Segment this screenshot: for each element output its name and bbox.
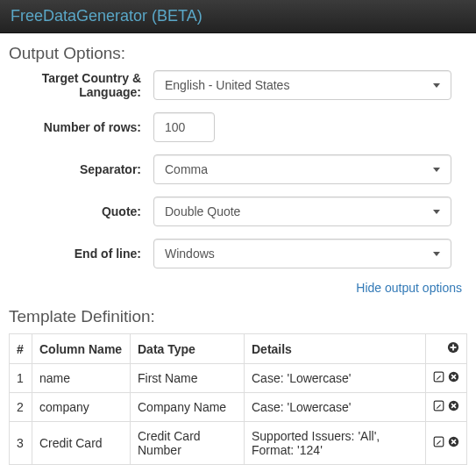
edit-row-button[interactable]	[433, 436, 444, 447]
content: Output Options: Target Country & Languag…	[0, 33, 476, 465]
chevron-down-icon	[433, 210, 440, 214]
th-actions	[426, 334, 467, 364]
row-details: Case: 'Lowercase'	[245, 393, 426, 422]
delete-row-button[interactable]	[448, 400, 459, 411]
row-index: 3	[10, 422, 32, 465]
number-of-rows-label: Number of rows:	[9, 120, 153, 134]
delete-row-button[interactable]	[448, 371, 459, 383]
edit-icon	[433, 400, 444, 411]
row-quote: Quote: Double Quote	[9, 197, 467, 226]
row-data-type: Credit Card Number	[131, 422, 245, 465]
target-country-value: English - United States	[165, 78, 289, 92]
row-column-name: name	[32, 364, 131, 393]
svg-rect-2	[451, 347, 457, 348]
edit-icon	[433, 436, 444, 447]
edit-row-button[interactable]	[433, 400, 444, 411]
number-of-rows-input[interactable]: 100	[153, 112, 215, 142]
delete-row-button[interactable]	[448, 436, 459, 447]
add-column-button[interactable]	[447, 341, 459, 354]
output-options-header: Output Options:	[9, 44, 467, 63]
quote-select[interactable]: Double Quote	[153, 197, 451, 226]
eol-value: Windows	[165, 247, 215, 261]
row-column-name: company	[32, 393, 131, 422]
template-definition-header: Template Definition:	[9, 307, 467, 326]
app-title: FreeDataGenerator (BETA)	[11, 7, 202, 25]
separator-label: Separator:	[9, 162, 153, 176]
edit-row-button[interactable]	[433, 371, 444, 383]
row-column-name: Credit Card	[32, 422, 131, 465]
eol-label: End of line:	[9, 247, 153, 261]
eol-select[interactable]: Windows	[153, 239, 451, 268]
chevron-down-icon	[433, 252, 440, 256]
hide-output-options-link[interactable]: Hide output options	[356, 281, 462, 295]
row-separator: Separator: Comma	[9, 154, 467, 184]
th-details: Details	[245, 334, 426, 364]
separator-select[interactable]: Comma	[153, 154, 451, 184]
table-row: 3 Credit Card Credit Card Number Support…	[10, 422, 467, 465]
number-of-rows-value: 100	[165, 120, 185, 134]
remove-circle-icon	[448, 371, 459, 383]
plus-circle-icon	[447, 341, 459, 354]
row-index: 2	[10, 393, 32, 422]
row-target-country: Target Country & Language: English - Uni…	[9, 70, 467, 100]
th-hash: #	[10, 334, 32, 364]
th-column-name: Column Name	[32, 334, 131, 364]
row-eol: End of line: Windows	[9, 239, 467, 268]
target-country-select[interactable]: English - United States	[153, 70, 451, 100]
chevron-down-icon	[433, 168, 440, 172]
table-row: 1 name First Name Case: 'Lowercase'	[10, 364, 467, 393]
table-row: 2 company Company Name Case: 'Lowercase'	[10, 393, 467, 422]
navbar: FreeDataGenerator (BETA)	[0, 0, 476, 33]
separator-value: Comma	[165, 162, 208, 176]
row-index: 1	[10, 364, 32, 393]
remove-circle-icon	[448, 400, 459, 411]
chevron-down-icon	[433, 83, 440, 88]
row-data-type: First Name	[131, 364, 245, 393]
row-data-type: Company Name	[131, 393, 245, 422]
th-data-type: Data Type	[131, 334, 245, 364]
edit-icon	[433, 371, 444, 383]
target-country-label: Target Country & Language:	[9, 71, 153, 99]
quote-label: Quote:	[9, 204, 153, 218]
row-details: Case: 'Lowercase'	[245, 364, 426, 393]
remove-circle-icon	[448, 436, 459, 447]
quote-value: Double Quote	[165, 204, 240, 218]
row-number-of-rows: Number of rows: 100	[9, 112, 467, 142]
row-details: Supported Issuers: 'All', Format: '124'	[245, 422, 426, 465]
template-table: # Column Name Data Type Details 1 name F…	[9, 333, 467, 465]
